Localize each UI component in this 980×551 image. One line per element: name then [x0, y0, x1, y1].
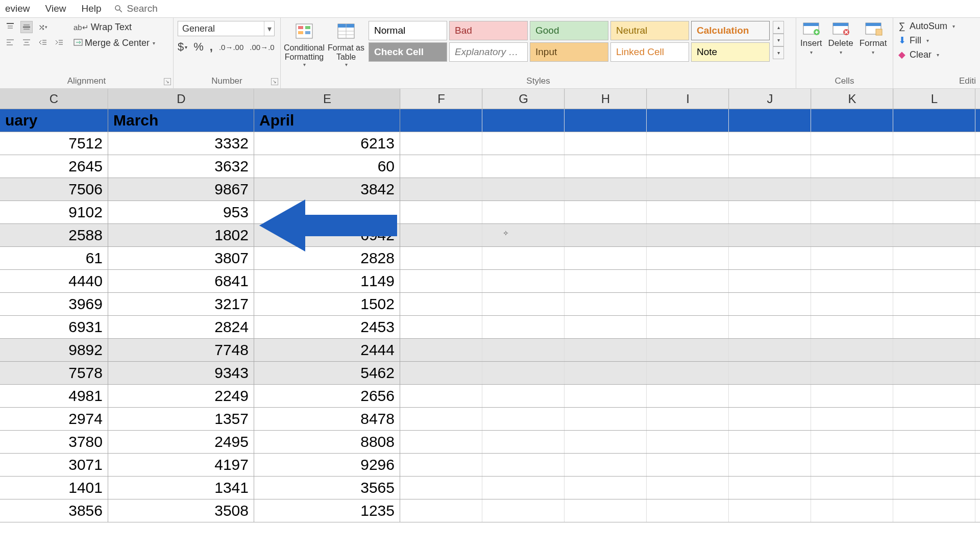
cell[interactable]: 3842	[254, 178, 400, 201]
cell[interactable]	[811, 454, 893, 476]
cell[interactable]	[565, 431, 647, 453]
cell[interactable]: 3332	[108, 132, 254, 155]
cell[interactable]	[893, 247, 975, 269]
col-header-K[interactable]: K	[811, 89, 893, 109]
cell[interactable]	[400, 316, 482, 338]
cell[interactable]	[729, 454, 811, 476]
cell[interactable]	[400, 132, 482, 155]
comma-format-button[interactable]: ,	[210, 40, 213, 54]
cell[interactable]	[893, 178, 975, 201]
cell[interactable]: 3071	[0, 454, 108, 476]
cell[interactable]	[400, 178, 482, 201]
percent-format-button[interactable]: %	[193, 40, 204, 54]
align-left-button[interactable]	[4, 36, 16, 48]
cell[interactable]	[729, 499, 811, 522]
cell[interactable]: 3807	[108, 247, 254, 269]
cell[interactable]: 2249	[108, 385, 254, 407]
cell[interactable]	[811, 178, 893, 201]
cell[interactable]	[729, 293, 811, 315]
cell[interactable]	[400, 477, 482, 499]
cell[interactable]	[565, 454, 647, 476]
cell[interactable]	[482, 270, 565, 292]
insert-cells-button[interactable]: Insert ▾	[800, 21, 822, 55]
cell[interactable]: 61	[0, 247, 108, 269]
cell[interactable]	[482, 316, 565, 338]
delete-cells-button[interactable]: Delete ▾	[828, 21, 853, 55]
cell[interactable]	[893, 385, 975, 407]
cell[interactable]	[647, 224, 729, 246]
cell[interactable]: 3632	[108, 155, 254, 178]
cell[interactable]	[893, 339, 975, 361]
cell[interactable]	[482, 132, 565, 155]
cell[interactable]	[811, 431, 893, 453]
cell[interactable]	[893, 224, 975, 246]
style-good[interactable]: Good	[530, 21, 608, 40]
cell[interactable]: 4981	[0, 385, 108, 407]
cell[interactable]: 2656	[254, 385, 400, 407]
cell[interactable]	[647, 247, 729, 269]
cell[interactable]	[565, 178, 647, 201]
cell[interactable]: 6213	[254, 132, 400, 155]
cell[interactable]: 2824	[108, 316, 254, 338]
header-april[interactable]: April	[254, 109, 400, 132]
cell[interactable]: 2588	[0, 224, 108, 246]
cell[interactable]: 1401	[0, 477, 108, 499]
menu-help[interactable]: Help	[78, 1, 104, 16]
cell[interactable]: 8808	[254, 431, 400, 453]
cell[interactable]	[482, 339, 565, 361]
orientation-button[interactable]: ⤭▾	[37, 21, 49, 33]
cell[interactable]	[893, 201, 975, 223]
cell[interactable]	[254, 201, 400, 223]
cell[interactable]	[647, 201, 729, 223]
cell[interactable]	[893, 477, 975, 499]
cell[interactable]: 9892	[0, 339, 108, 361]
cell[interactable]	[482, 201, 565, 223]
cell[interactable]	[400, 385, 482, 407]
align-center-button[interactable]	[20, 36, 33, 48]
cell[interactable]	[565, 201, 647, 223]
style-check-cell[interactable]: Check Cell	[369, 42, 447, 62]
cell[interactable]	[482, 385, 565, 407]
cell[interactable]: 1802	[108, 224, 254, 246]
cell[interactable]	[400, 454, 482, 476]
cell[interactable]	[811, 477, 893, 499]
cell[interactable]	[811, 362, 893, 384]
cell[interactable]: 3217	[108, 293, 254, 315]
cell[interactable]: 7512	[0, 132, 108, 155]
col-header-J[interactable]: J	[729, 89, 811, 109]
gallery-scroll-up[interactable]: ▴	[773, 21, 784, 34]
cell[interactable]: 1357	[108, 408, 254, 430]
cell[interactable]: 2828	[254, 247, 400, 269]
cell[interactable]: 9867	[108, 178, 254, 201]
decrease-indent-button[interactable]	[37, 36, 49, 48]
cell[interactable]	[482, 477, 565, 499]
cell[interactable]: 1149	[254, 270, 400, 292]
cell[interactable]	[565, 477, 647, 499]
cell[interactable]	[729, 270, 811, 292]
cell[interactable]: 4197	[108, 454, 254, 476]
autosum-button[interactable]: ∑ AutoSum ▾	[897, 21, 955, 32]
cell[interactable]: 9343	[108, 362, 254, 384]
cell[interactable]: 2645	[0, 155, 108, 178]
cell[interactable]	[729, 408, 811, 430]
cell[interactable]	[400, 339, 482, 361]
cell[interactable]	[729, 178, 811, 201]
cell[interactable]	[893, 362, 975, 384]
cell[interactable]: 3565	[254, 477, 400, 499]
cell[interactable]	[400, 431, 482, 453]
cell[interactable]	[565, 339, 647, 361]
cell[interactable]	[482, 408, 565, 430]
cell[interactable]	[400, 293, 482, 315]
cell[interactable]: 8478	[254, 408, 400, 430]
merge-center-button[interactable]: Merge & Center ▾	[70, 37, 158, 49]
cell[interactable]	[893, 499, 975, 522]
tell-me-search[interactable]: Search	[114, 3, 158, 14]
col-header-C[interactable]: C	[0, 89, 108, 109]
cell[interactable]	[400, 247, 482, 269]
cell[interactable]	[811, 499, 893, 522]
cell[interactable]: 2974	[0, 408, 108, 430]
cell[interactable]	[482, 224, 565, 246]
cell[interactable]	[811, 293, 893, 315]
cell[interactable]	[729, 155, 811, 178]
cell[interactable]: 5462	[254, 362, 400, 384]
